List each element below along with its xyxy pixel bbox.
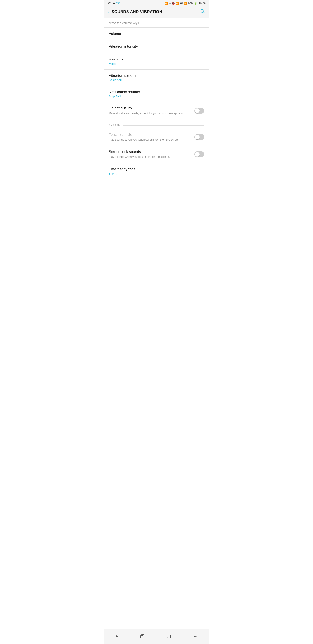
back-button[interactable]: ‹ xyxy=(106,8,110,15)
vibration-intensity-item[interactable]: Vibration intensity xyxy=(104,40,209,53)
ringtone-label: Ringtone xyxy=(109,57,204,62)
nav-back-button[interactable]: ← xyxy=(190,632,201,640)
volume-item[interactable]: Volume xyxy=(104,28,209,40)
app-bar: ‹ SOUNDS AND VIBRATION xyxy=(104,6,209,18)
emergency-tone-label: Emergency tone xyxy=(109,167,204,172)
do-not-disturb-label: Do not disturb xyxy=(109,106,191,110)
vibration-pattern-value: Basic call xyxy=(109,78,204,82)
page-title: SOUNDS AND VIBRATION xyxy=(111,10,162,14)
battery-percent: 96% xyxy=(188,2,193,5)
temp2: 35° xyxy=(116,2,120,5)
bluetooth-icon: 📶 xyxy=(165,2,168,5)
screen-lock-desc: Play sounds when you lock or unlock the … xyxy=(109,155,194,159)
touch-sounds-toggle[interactable] xyxy=(194,134,204,140)
partial-description: press the volume keys. xyxy=(104,18,209,28)
home-icon xyxy=(116,635,118,638)
weather-icon: 🌤 xyxy=(112,2,115,5)
bottom-nav: ← xyxy=(104,629,209,644)
status-right: 📶 N 🔇 📶 4G 📶 96% 🔋 10:08 xyxy=(165,2,206,5)
svg-line-1 xyxy=(204,12,205,14)
emergency-tone-item[interactable]: Emergency tone Silent xyxy=(104,163,209,180)
do-not-disturb-toggle[interactable] xyxy=(194,108,204,114)
vibration-intensity-label: Vibration intensity xyxy=(109,44,204,49)
screen-lock-sounds-item[interactable]: Screen lock sounds Play sounds when you … xyxy=(104,146,209,163)
system-section-header: SYSTEM xyxy=(104,120,209,128)
emergency-tone-value: Silent xyxy=(109,172,204,175)
toggle-knob xyxy=(195,108,200,113)
wifi-icon: 📶 xyxy=(176,2,179,5)
status-time: 10:08 xyxy=(198,2,206,5)
touch-sounds-item[interactable]: Touch sounds Play sounds when you touch … xyxy=(104,128,209,146)
screen-lock-label: Screen lock sounds xyxy=(109,150,194,154)
temp1: 36° xyxy=(107,2,111,5)
ringtone-value: Mood xyxy=(109,62,204,66)
system-label: SYSTEM xyxy=(109,124,121,127)
nav-home-button[interactable] xyxy=(112,634,121,639)
settings-content: press the volume keys. Volume Vibration … xyxy=(104,18,209,629)
nfc-icon: N xyxy=(169,2,171,5)
overview-icon xyxy=(167,635,171,638)
notification-sounds-label: Notification sounds xyxy=(109,90,204,94)
notification-sounds-value: Ship Bell xyxy=(109,95,204,98)
recents-icon xyxy=(140,634,145,638)
toggle-knob xyxy=(195,152,200,157)
ringtone-item[interactable]: Ringtone Mood xyxy=(104,53,209,70)
vibration-pattern-label: Vibration pattern xyxy=(109,74,204,78)
search-button[interactable] xyxy=(200,8,205,15)
back-arrow-icon: ← xyxy=(193,634,198,639)
do-not-disturb-desc: Mute all calls and alerts, except for yo… xyxy=(109,112,191,115)
touch-sounds-label: Touch sounds xyxy=(109,132,194,137)
signal-icon: 📶 xyxy=(184,2,187,5)
nav-recents-button[interactable] xyxy=(137,633,148,640)
volume-label: Volume xyxy=(109,32,204,36)
nav-overview-button[interactable] xyxy=(163,633,174,640)
mute-icon: 🔇 xyxy=(172,2,175,5)
status-bar: 36° 🌤 35° 📶 N 🔇 📶 4G 📶 96% 🔋 10:08 xyxy=(104,0,209,6)
notification-sounds-item[interactable]: Notification sounds Ship Bell xyxy=(104,86,209,102)
do-not-disturb-item[interactable]: Do not disturb Mute all calls and alerts… xyxy=(104,102,209,120)
vibration-pattern-item[interactable]: Vibration pattern Basic call xyxy=(104,70,209,86)
battery-icon: 🔋 xyxy=(194,2,197,5)
screen-lock-toggle[interactable] xyxy=(194,152,204,157)
toggle-divider xyxy=(191,106,191,115)
lte-icon: 4G xyxy=(180,2,183,4)
status-left: 36° 🌤 35° xyxy=(107,2,120,5)
toggle-knob xyxy=(195,135,200,140)
section-divider xyxy=(123,125,204,126)
touch-sounds-desc: Play sounds when you touch certain items… xyxy=(109,138,194,142)
